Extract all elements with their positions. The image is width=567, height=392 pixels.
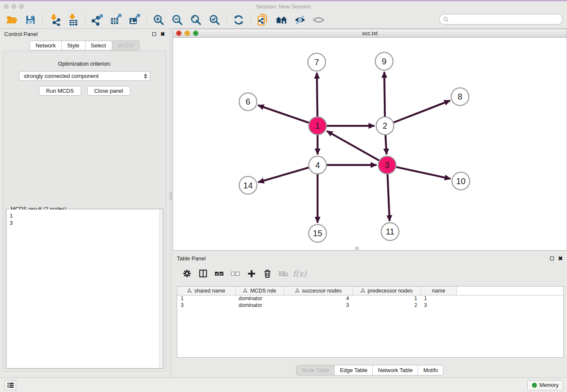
select-all-columns-icon[interactable] <box>214 268 224 279</box>
network-close-button[interactable]: × <box>176 30 182 36</box>
criterion-dropdown[interactable]: strongly connected component <box>19 71 150 81</box>
graph-node-3[interactable]: 3 <box>378 156 396 174</box>
table-cell[interactable]: dominator <box>235 302 284 309</box>
table-row[interactable]: 3dominator323 <box>177 302 563 309</box>
search-input[interactable] <box>451 16 562 22</box>
result-scrollbar[interactable] <box>159 210 162 368</box>
export-image-icon[interactable] <box>127 13 142 27</box>
column-header[interactable]: successor nodes <box>284 287 352 295</box>
refresh-icon[interactable] <box>231 13 246 27</box>
unselect-all-columns-icon[interactable] <box>230 268 240 279</box>
zoom-fit-icon[interactable] <box>189 13 203 27</box>
column-header[interactable]: name <box>421 287 457 295</box>
table-settings-gear-icon[interactable] <box>182 268 192 279</box>
edge-3-11[interactable] <box>387 168 390 221</box>
graph-node-6[interactable]: 6 <box>239 93 257 110</box>
column-header[interactable]: predecessor nodes <box>352 287 421 295</box>
svg-text:9: 9 <box>382 57 386 66</box>
graph-node-9[interactable]: 9 <box>375 52 393 70</box>
import-table-icon[interactable] <box>66 13 80 27</box>
graph-node-11[interactable]: 11 <box>381 223 399 240</box>
tab-node-table[interactable]: Node Table <box>297 365 335 375</box>
close-panel-icon[interactable]: ✖ <box>160 31 165 37</box>
tab-edge-table[interactable]: Edge Table <box>335 365 373 375</box>
hide-details-icon[interactable] <box>293 13 307 27</box>
tab-motifs[interactable]: Motifs <box>418 365 443 375</box>
edge-2-9[interactable] <box>384 72 385 124</box>
column-header[interactable]: shared name <box>177 287 235 295</box>
edge-3-1[interactable] <box>327 131 385 163</box>
export-table-icon[interactable] <box>109 13 123 27</box>
open-session-icon[interactable] <box>5 13 19 27</box>
float-panel-icon[interactable] <box>152 32 156 36</box>
cell-filler <box>457 302 563 309</box>
import-network-icon[interactable] <box>47 13 62 27</box>
graph-node-2[interactable]: 2 <box>376 117 394 135</box>
graph-node-7[interactable]: 7 <box>308 53 326 71</box>
memory-button[interactable]: Memory <box>527 380 563 390</box>
run-mcds-button[interactable]: Run MCDS <box>39 86 81 96</box>
network-window: × − + scc.txt 7968124314101511 <box>173 29 567 251</box>
export-network-icon[interactable] <box>90 13 105 27</box>
node-table[interactable]: shared nameMCDS rolesuccessor nodesprede… <box>177 287 563 309</box>
table-cell[interactable]: 1 <box>177 295 235 302</box>
clone-network-icon[interactable] <box>256 13 270 27</box>
close-panel-button[interactable]: Close panel <box>87 86 131 96</box>
edge-2-8[interactable] <box>387 100 450 125</box>
table-row[interactable]: 1dominator411 <box>177 295 563 302</box>
graph-node-15[interactable]: 15 <box>309 224 327 242</box>
canvas-scrollbar-grip[interactable] <box>355 247 359 250</box>
toolbar-separator <box>42 14 43 26</box>
tab-style[interactable]: Style <box>62 41 85 50</box>
column-header[interactable]: MCDS role <box>235 287 284 295</box>
delete-column-icon[interactable] <box>262 268 272 279</box>
network-window-titlebar[interactable]: × − + scc.txt <box>173 29 567 38</box>
svg-text:2: 2 <box>383 121 387 130</box>
window-titlebar: Session: New Session <box>0 1 567 11</box>
toolbar-separator <box>85 14 85 26</box>
table-cell[interactable]: 3 <box>421 302 457 309</box>
table-cell[interactable]: 2 <box>352 302 421 309</box>
edge-1-6[interactable] <box>258 105 315 125</box>
tab-network-table[interactable]: Network Table <box>373 365 418 375</box>
table-cell[interactable]: 1 <box>421 295 457 302</box>
search-field[interactable] <box>439 14 563 25</box>
home-icon[interactable] <box>274 13 289 27</box>
network-canvas[interactable]: 7968124314101511 <box>173 38 567 250</box>
tab-mcds[interactable]: MCDS <box>112 41 139 50</box>
float-table-panel-icon[interactable] <box>550 257 554 260</box>
zoom-selected-icon[interactable] <box>207 13 222 27</box>
graph-node-1[interactable]: 1 <box>309 117 327 135</box>
table-cell[interactable]: 1 <box>352 295 421 302</box>
graph-node-14[interactable]: 14 <box>239 177 257 194</box>
close-table-panel-icon[interactable]: ✖ <box>558 256 563 261</box>
svg-text:10: 10 <box>456 177 465 186</box>
tab-select[interactable]: Select <box>85 41 112 50</box>
show-column-panel-icon[interactable] <box>198 268 208 279</box>
edge-4-14[interactable] <box>258 166 315 182</box>
table-cell[interactable]: 3 <box>177 302 235 309</box>
table-cell[interactable]: 4 <box>284 295 352 302</box>
show-details-icon[interactable] <box>311 13 326 27</box>
graph-node-4[interactable]: 4 <box>309 156 327 174</box>
svg-text:1: 1 <box>315 121 320 130</box>
network-title: scc.txt <box>173 30 567 36</box>
mcds-result-text[interactable]: 13 <box>7 210 162 368</box>
svg-text:11: 11 <box>385 227 394 236</box>
create-column-icon[interactable] <box>246 268 256 279</box>
edge-3-10[interactable] <box>390 166 451 179</box>
table-cell[interactable]: dominator <box>235 295 284 302</box>
graph-node-8[interactable]: 8 <box>451 88 469 106</box>
network-maximize-button[interactable]: + <box>193 30 198 36</box>
graph-node-10[interactable]: 10 <box>452 172 470 190</box>
table-cell[interactable]: 3 <box>284 302 352 309</box>
network-minimize-button[interactable]: − <box>184 30 190 36</box>
divider-handle[interactable] <box>170 192 172 200</box>
save-session-icon[interactable] <box>23 13 38 27</box>
panel-divider[interactable] <box>169 29 173 378</box>
tab-network[interactable]: Network <box>30 41 62 50</box>
zoom-in-icon[interactable] <box>151 13 166 27</box>
edge-1-7[interactable] <box>317 73 318 124</box>
zoom-out-icon[interactable] <box>170 13 184 27</box>
task-history-icon[interactable] <box>5 380 16 390</box>
